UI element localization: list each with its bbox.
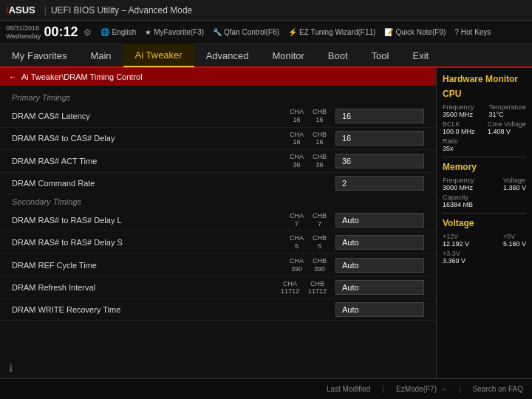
bios-title: UEFI BIOS Utility – Advanced Mode xyxy=(51,5,192,16)
star-icon: ★ xyxy=(145,28,151,36)
plus5-col: +5V 5.160 V xyxy=(503,233,526,248)
setting-value[interactable]: 2 xyxy=(335,176,424,191)
nav-tool[interactable]: Tool xyxy=(360,44,401,67)
cha-label: CHA16 xyxy=(290,131,304,147)
channel-pair: CHA36 CHB36 xyxy=(290,153,330,169)
note-icon: 📝 xyxy=(384,28,393,36)
mem-freq-col: Frequency 3000 MHz xyxy=(443,177,474,191)
table-row: DRAM Refresh Interval CHA11712 CHB11712 … xyxy=(0,277,436,300)
time-display: 00:12 xyxy=(44,24,78,40)
main-layout: ← Ai Tweaker\DRAM Timing Control Primary… xyxy=(0,68,532,378)
voltage-section-title: Voltage xyxy=(443,218,526,228)
left-content: ← Ai Tweaker\DRAM Timing Control Primary… xyxy=(0,68,436,378)
table-row: DRAM RAS# to CAS# Delay CHA16 CHB16 16 xyxy=(0,128,436,151)
setting-label: DRAM Refresh Interval xyxy=(12,283,281,292)
table-row: DRAM REF Cycle Time CHA390 CHB390 Auto xyxy=(0,254,436,277)
toolbar-english[interactable]: 🌐 English xyxy=(100,28,136,36)
wizard-icon: ⚡ xyxy=(288,28,297,36)
divider2 xyxy=(443,213,526,214)
hardware-monitor-title: Hardware Monitor xyxy=(443,74,526,84)
nav-monitor[interactable]: Monitor xyxy=(261,44,316,67)
setting-label: DRAM RAS# ACT Time xyxy=(12,157,290,166)
bottom-section: ℹ Last Modified | EzMode(F7) → | Search … xyxy=(0,378,532,399)
cpu-temp-col: Temperature 31°C xyxy=(488,103,526,118)
toolbar-quicknote[interactable]: 📝 Quick Note(F9) xyxy=(384,28,446,36)
search-faq-button[interactable]: Search on FAQ xyxy=(473,385,523,393)
setting-label: DRAM RAS# to RAS# Delay S xyxy=(12,238,290,247)
voltage-33-row: +3.3V 3.360 V xyxy=(443,250,526,265)
settings-icon[interactable]: ⚙ xyxy=(83,27,92,38)
toolbar-qfan[interactable]: 🔧 Qfan Control(F6) xyxy=(213,28,279,36)
nav-my-favorites[interactable]: My Favorites xyxy=(0,44,78,67)
fan-icon: 🔧 xyxy=(213,28,222,36)
table-row: DRAM CAS# Latency CHA16 CHB16 16 xyxy=(0,105,436,128)
channel-pair: CHA390 CHB390 xyxy=(290,257,330,273)
setting-value[interactable]: Auto xyxy=(335,280,424,295)
breadcrumb: ← Ai Tweaker\DRAM Timing Control xyxy=(0,68,436,86)
channel-pair: CHA7 CHB7 xyxy=(290,212,330,228)
voltage-12-5-row: +12V 12.192 V +5V 5.160 V xyxy=(443,233,526,248)
setting-value[interactable]: Auto xyxy=(335,235,424,250)
cha-label: CHA390 xyxy=(290,257,304,273)
nav-boot[interactable]: Boot xyxy=(316,44,360,67)
chb-label: CHB11712 xyxy=(308,280,327,296)
globe-icon: 🌐 xyxy=(100,28,109,36)
arrow-icon: → xyxy=(440,385,447,393)
setting-value[interactable]: Auto xyxy=(335,258,424,273)
core-voltage-col: Core Voltage 1.408 V xyxy=(488,120,526,135)
cha-label: CHA16 xyxy=(290,108,304,124)
chb-label: CHB390 xyxy=(313,257,327,273)
setting-label: DRAM REF Cycle Time xyxy=(12,261,290,270)
setting-label: DRAM WRITE Recovery Time xyxy=(12,305,276,314)
setting-label: DRAM RAS# to RAS# Delay L xyxy=(12,216,290,225)
table-row: DRAM WRITE Recovery Time Auto xyxy=(0,299,436,321)
memory-freq-row: Frequency 3000 MHz Voltage 1.360 V xyxy=(443,177,526,191)
section2-label: Secondary Timings xyxy=(0,194,436,209)
channel-pair: CHA16 CHB16 xyxy=(290,108,330,124)
chb-label: CHB5 xyxy=(313,234,327,250)
hardware-monitor-panel: Hardware Monitor CPU Frequency 3500 MHz … xyxy=(436,68,532,378)
top-bar: /ASUS | UEFI BIOS Utility – Advanced Mod… xyxy=(0,0,532,21)
setting-label: DRAM CAS# Latency xyxy=(12,112,290,120)
setting-value[interactable]: 36 xyxy=(335,154,424,168)
setting-label: DRAM Command Rate xyxy=(12,179,276,188)
toolbar-myfavorite[interactable]: ★ MyFavorite(F3) xyxy=(145,28,204,36)
ez-mode-button[interactable]: EzMode(F7) → xyxy=(396,385,447,393)
chb-label: CHB36 xyxy=(313,153,327,169)
nav-advanced[interactable]: Advanced xyxy=(194,44,261,67)
asus-logo: /ASUS xyxy=(6,4,35,16)
toolbar-hotkeys[interactable]: ? Hot Keys xyxy=(454,28,491,36)
section1-label: Primary Timings xyxy=(0,90,436,105)
breadcrumb-text: Ai Tweaker\DRAM Timing Control xyxy=(21,72,143,81)
cha-label: CHA5 xyxy=(290,234,304,250)
cpu-bclk-row: BCLK 100.0 MHz Core Voltage 1.408 V xyxy=(443,120,526,135)
chb-label: CHB16 xyxy=(313,108,327,124)
setting-value[interactable]: Auto xyxy=(335,302,424,317)
cha-label: CHA11712 xyxy=(281,280,299,296)
setting-value[interactable]: 16 xyxy=(335,131,424,146)
last-modified-item[interactable]: Last Modified xyxy=(327,385,370,393)
plus12-col: +12V 12.192 V xyxy=(443,233,469,248)
bclk-col: BCLK 100.0 MHz xyxy=(443,120,475,135)
cpu-ratio-row: Ratio 35x xyxy=(443,137,526,152)
channel-pair: CHA16 CHB16 xyxy=(290,131,330,147)
settings-content: Primary Timings DRAM CAS# Latency CHA16 … xyxy=(0,86,436,378)
setting-value[interactable]: Auto xyxy=(335,213,424,228)
info-icon[interactable]: ℹ xyxy=(9,362,13,374)
setting-value[interactable]: 16 xyxy=(335,109,424,123)
cpu-freq-label: Frequency 3500 MHz xyxy=(443,103,474,118)
toolbar: 08/31/2016 Wednesday 00:12 ⚙ 🌐 English ★… xyxy=(0,21,532,44)
memory-section-title: Memory xyxy=(443,162,526,172)
setting-label: DRAM RAS# to CAS# Delay xyxy=(12,134,290,143)
nav-bar: My Favorites Main Ai Tweaker Advanced Mo… xyxy=(0,44,532,68)
nav-ai-tweaker[interactable]: Ai Tweaker xyxy=(123,44,194,67)
nav-exit[interactable]: Exit xyxy=(400,44,440,67)
hotkeys-icon: ? xyxy=(454,28,459,36)
cha-label: CHA7 xyxy=(290,212,304,228)
back-arrow[interactable]: ← xyxy=(9,72,17,81)
table-row: DRAM Command Rate 2 xyxy=(0,173,436,194)
date-display: 08/31/2016 Wednesday xyxy=(6,24,41,41)
table-row: DRAM RAS# to RAS# Delay L CHA7 CHB7 Auto xyxy=(0,209,436,232)
nav-main[interactable]: Main xyxy=(78,44,123,67)
toolbar-eztuning[interactable]: ⚡ EZ Tuning Wizard(F11) xyxy=(288,28,375,36)
